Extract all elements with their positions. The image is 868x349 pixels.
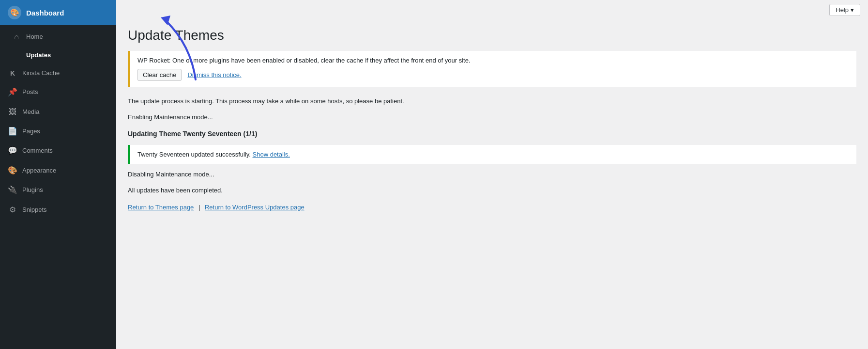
footer-links: Return to Themes page | Return to WordPr… xyxy=(128,204,856,211)
dashboard-icon: 🎨 xyxy=(8,6,21,19)
update-log-area: The update process is starting. This pro… xyxy=(128,96,856,211)
sidebar-item-media[interactable]: 🖼 Media xyxy=(0,102,116,122)
log-line4: Disabling Maintenance mode... xyxy=(128,170,856,180)
sidebar-item-comments[interactable]: 💬 Comments xyxy=(0,141,116,160)
pages-icon: 📄 xyxy=(8,126,17,137)
posts-icon: 📌 xyxy=(8,87,17,97)
comments-icon: 💬 xyxy=(8,145,17,156)
log-line2: Enabling Maintenance mode... xyxy=(128,112,856,123)
log-line3: Updating Theme Twenty Seventeen (1/1) xyxy=(128,128,856,139)
topbar: Help ▾ xyxy=(116,0,868,20)
wp-rocket-notice: WP Rocket: One or more plugins have been… xyxy=(128,51,856,87)
sidebar-header[interactable]: 🎨 Dashboard xyxy=(0,0,116,25)
sidebar-item-plugins[interactable]: 🔌 Plugins xyxy=(0,180,116,200)
sidebar-item-snippets[interactable]: ⚙ Snippets xyxy=(0,200,116,220)
return-updates-link[interactable]: Return to WordPress Updates page xyxy=(205,204,305,211)
log-line1: The update process is starting. This pro… xyxy=(128,96,856,107)
notice-actions: Clear cache Dismiss this notice. xyxy=(137,69,849,81)
sidebar-dashboard-title: Dashboard xyxy=(26,9,64,17)
home-icon: ⌂ xyxy=(12,32,21,42)
dismiss-notice-link[interactable]: Dismiss this notice. xyxy=(187,71,241,79)
kinsta-icon: K xyxy=(8,69,17,79)
sidebar-nav: ⌂ Home Updates K Kinsta Cache 📌 Posts 🖼 … xyxy=(0,25,116,220)
success-text: Twenty Seventeen updated successfully. xyxy=(137,151,251,158)
page-content: Update Themes WP Rocket: One or more plu… xyxy=(116,20,868,349)
success-box: Twenty Seventeen updated successfully. S… xyxy=(128,145,856,164)
sidebar-item-kinsta-cache[interactable]: K Kinsta Cache xyxy=(0,64,116,83)
clear-cache-button[interactable]: Clear cache xyxy=(137,69,182,81)
log-line5: All updates have been completed. xyxy=(128,186,856,196)
sidebar-item-posts[interactable]: 📌 Posts xyxy=(0,82,116,102)
help-button[interactable]: Help ▾ xyxy=(829,4,860,16)
chevron-down-icon: ▾ xyxy=(851,6,854,14)
appearance-icon: 🎨 xyxy=(8,165,17,176)
sidebar-item-pages[interactable]: 📄 Pages xyxy=(0,122,116,141)
show-details-link[interactable]: Show details. xyxy=(253,151,290,158)
page-title: Update Themes xyxy=(128,28,856,43)
sidebar-item-appearance[interactable]: 🎨 Appearance xyxy=(0,161,116,180)
sidebar: 🎨 Dashboard ⌂ Home Updates K Kinsta Cach… xyxy=(0,0,116,349)
sidebar-item-updates[interactable]: Updates xyxy=(0,47,116,64)
link-separator: | xyxy=(198,204,200,211)
notice-text: WP Rocket: One or more plugins have been… xyxy=(137,57,849,64)
snippets-icon: ⚙ xyxy=(8,205,17,215)
plugins-icon: 🔌 xyxy=(8,185,17,195)
main-area: Help ▾ Update Themes WP Rocket: One or m… xyxy=(116,0,868,349)
sidebar-item-home[interactable]: ⌂ Home xyxy=(0,27,116,47)
media-icon: 🖼 xyxy=(8,107,17,117)
return-themes-link[interactable]: Return to Themes page xyxy=(128,204,194,211)
